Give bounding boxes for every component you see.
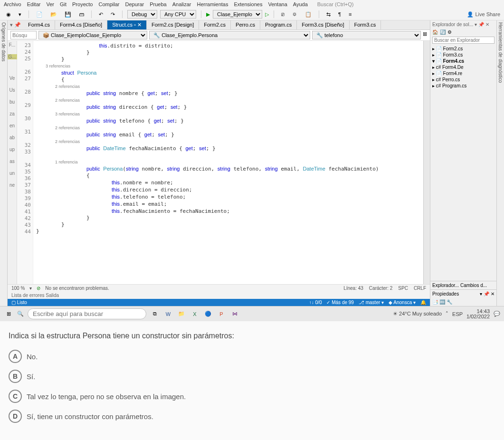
menu-ver[interactable]: Ver <box>46 1 54 7</box>
tree-item[interactable]: ▸ c# Perro.cs <box>432 77 494 83</box>
notif-icon[interactable]: 🔔 <box>420 300 426 305</box>
back-button[interactable]: ◉ <box>4 10 13 19</box>
issues-label[interactable]: No se encontraron problemas. <box>45 286 109 291</box>
tool-icon2[interactable]: ⛭ <box>290 10 300 18</box>
tool-icon3[interactable]: 📋 <box>303 10 314 19</box>
menu-editar[interactable]: Editar <box>27 1 41 7</box>
option-b[interactable]: B Sí. <box>9 370 495 383</box>
tree-item[interactable]: ▸ c# Form4.De <box>432 64 494 70</box>
right-dock-tabs[interactable]: Herramientas de diagnóstico <box>496 20 504 306</box>
git-pos[interactable]: ↑↓ 0/0 <box>309 300 322 305</box>
lineend-mode[interactable]: CRLF <box>414 286 426 291</box>
search-input[interactable] <box>10 31 37 39</box>
option-a[interactable]: A No. <box>9 350 495 363</box>
home-icon[interactable]: 🏠 <box>432 29 438 35</box>
start-button[interactable]: ⊞ <box>4 309 13 319</box>
startup-select[interactable]: Clase_Ejemplo <box>213 10 262 19</box>
menu-extensiones[interactable]: Extensiones <box>234 1 262 7</box>
menu-depurar[interactable]: Depurar <box>125 1 144 7</box>
tool-icon5[interactable]: ¶ <box>336 10 343 18</box>
zoom-label[interactable]: 100 % <box>11 286 25 291</box>
config-select[interactable]: Debug <box>127 10 157 19</box>
solution-search[interactable] <box>432 37 494 44</box>
indent-mode[interactable]: SPC <box>398 286 408 291</box>
undo-icon[interactable]: ↶ <box>96 10 105 19</box>
menu-proyecto[interactable]: Proyecto <box>72 1 93 7</box>
menu-prueba[interactable]: Prueba <box>150 1 166 7</box>
git-branch[interactable]: ⎇ master ▾ <box>359 300 384 305</box>
git-repo[interactable]: ◆ Anonsca ▾ <box>389 300 416 305</box>
tree-item[interactable]: ▸ 📄 Form3.cs <box>432 52 494 58</box>
word-icon[interactable]: W <box>163 309 173 319</box>
tray-clock[interactable]: 14:431/02/2022 <box>466 309 490 319</box>
vs-icon[interactable]: ⋈ <box>230 309 239 319</box>
menu-ayuda[interactable]: Ayuda <box>293 1 308 7</box>
tree-item[interactable]: ▸ c# Program.cs <box>432 83 494 89</box>
question-area: Indica si la estructura Persona tiene un… <box>0 321 504 440</box>
tree-item[interactable]: ▸ 📄 Form2.cs <box>432 46 494 52</box>
option-letter: C <box>9 390 22 403</box>
margin-breakpoint[interactable]: G... <box>8 54 17 59</box>
forward-button[interactable]: ▾ <box>16 10 24 19</box>
tab-form4cs[interactable]: Form4.cs <box>23 20 55 29</box>
explorer-icon[interactable]: 📁 <box>177 309 186 319</box>
vertical-scrollbar[interactable] <box>423 41 430 284</box>
powerpoint-icon[interactable]: P <box>217 309 226 319</box>
redo-icon[interactable]: ↷ <box>108 10 117 19</box>
tray-notif-icon[interactable]: 💬 <box>494 311 500 317</box>
margin-bookmark[interactable]: F... <box>9 42 15 48</box>
menu-compilar[interactable]: Compilar <box>98 1 119 7</box>
refresh-icon[interactable]: 🔄 <box>440 29 446 35</box>
weather-widget[interactable]: ☀ 24°C Muy soleado <box>393 311 442 317</box>
menu-git[interactable]: Git <box>60 1 67 7</box>
code-editor[interactable]: this.distrito = distrito; } } 3 referenc… <box>33 41 423 284</box>
tool-icon1[interactable]: ⎚ <box>279 10 287 18</box>
option-d[interactable]: D Sí, tiene un constructor con parámetro… <box>9 410 495 423</box>
tray-chevron-icon[interactable]: ˄ <box>446 311 448 317</box>
tab-form2cs[interactable]: Form2.cs <box>199 20 231 29</box>
open-icon[interactable]: 📂 <box>48 10 59 19</box>
tray-lang[interactable]: ESP <box>452 311 463 317</box>
menu-analizar[interactable]: Analizar <box>172 1 191 7</box>
split-icon[interactable]: ⊞ <box>423 31 427 39</box>
tab-dropdown-icon[interactable]: ▾ 📌 <box>8 20 23 29</box>
tree-item[interactable]: ▾ 📄 Form4.cs <box>432 58 494 64</box>
liveshare-button[interactable]: 👤 Live Share <box>467 11 500 18</box>
option-text: Tal vez lo tenga, pero no se observa en … <box>27 392 186 401</box>
taskbar-search[interactable] <box>28 308 146 319</box>
tab-form4design[interactable]: Form4.cs [Diseño] <box>55 20 107 29</box>
member-select[interactable]: 🔧 telefono <box>312 31 421 39</box>
platform-select[interactable]: Any CPU <box>160 10 196 19</box>
tab-programcs[interactable]: Program.cs <box>260 20 297 29</box>
menu-ventana[interactable]: Ventana <box>268 1 287 7</box>
new-icon[interactable]: 📄 <box>34 10 45 19</box>
question-prompt: Indica si la estructura Persona tiene un… <box>9 332 495 340</box>
tab-structcs[interactable]: Struct.cs ▫ ✕ <box>107 20 147 29</box>
class-select[interactable]: 🔧 Clase_Ejemplo.Persona <box>149 31 310 39</box>
margin-lbl: un <box>10 171 15 176</box>
git-commits[interactable]: ✓ Más de 99 <box>326 300 353 305</box>
tab-form3design[interactable]: Form3.cs [Diseño] <box>297 20 349 29</box>
explorer-tabs[interactable]: Explorador... Cambios d... <box>430 281 496 289</box>
tool-icon4[interactable]: ⇆ <box>324 10 333 19</box>
project-select[interactable]: 📦 Clase_EjemploClase_Ejemplo <box>38 31 147 39</box>
bottom-tabs[interactable]: Lista de errores Salida <box>8 292 430 299</box>
gear-icon[interactable]: ⚙ <box>447 29 452 35</box>
menu-herramientas[interactable]: Herramientas <box>197 1 228 7</box>
save-icon[interactable]: 💾 <box>62 10 74 19</box>
tool-icon6[interactable]: ≡ <box>346 10 354 18</box>
menu-archivo[interactable]: Archivo <box>4 1 21 7</box>
chrome-icon[interactable]: 🔵 <box>203 309 213 319</box>
tree-item[interactable]: ▸ 📄 Form4.re <box>432 70 494 77</box>
option-c[interactable]: C Tal vez lo tenga, pero no se observa e… <box>9 390 495 403</box>
properties-panel[interactable]: Propiedades ▾ 📌 ✕ 📑 🔤 🔧 <box>430 289 496 306</box>
saveall-icon[interactable]: 🗃 <box>76 10 86 18</box>
menu-search-hint[interactable]: Buscar (Ctrl+Q) <box>317 1 354 7</box>
tab-form3cs[interactable]: Form3.cs <box>350 20 381 29</box>
taskview-icon[interactable]: ⧉ <box>150 309 160 319</box>
excel-icon[interactable]: X <box>190 309 200 319</box>
tab-perrocs[interactable]: Perro.cs <box>231 20 260 29</box>
tab-form2design[interactable]: Form2.cs [Design] <box>147 20 199 29</box>
solution-tree[interactable]: ▸ 📄 Form2.cs ▸ 📄 Form3.cs ▾ 📄 Form4.cs ▸… <box>430 45 496 281</box>
left-dock-tabs[interactable]: Orígenes de datos <box>0 20 8 306</box>
